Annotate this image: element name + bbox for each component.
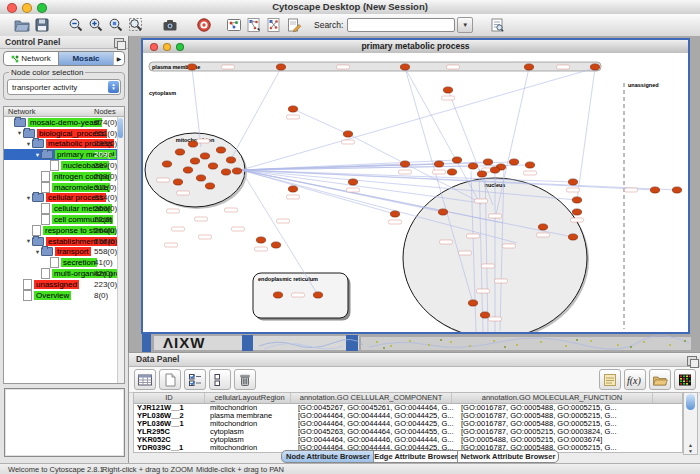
network-node[interactable] [480,312,489,318]
network-node[interactable] [271,242,280,248]
table-row[interactable]: YJR121W__1mitochondrion[GO:0045267, GO:0… [134,404,682,412]
network-node[interactable] [232,168,241,174]
network-tree-item[interactable]: nucleobase-209(0) [4,160,124,171]
network-node[interactable] [348,179,357,185]
table-cell[interactable]: [GO:0005488, GO:0005215, GO:0003674] [458,436,661,444]
network-node[interactable] [187,64,196,70]
network-node[interactable] [443,87,452,93]
network-node[interactable] [188,141,197,147]
network-node[interactable] [434,161,443,167]
network-tree-item[interactable]: unassigned223(0) [4,279,124,290]
network-tree-item[interactable]: ▼transport558(0) [4,247,124,258]
tree-scrollbar[interactable] [117,117,124,383]
table-cell[interactable]: YPL036W__2 [134,412,207,420]
table-row[interactable]: YKR052Ccytoplasm[GO:0044464, GO:0044446,… [134,436,682,444]
search-index-icon[interactable] [487,16,507,34]
network-node[interactable] [438,209,447,215]
network-node[interactable] [538,224,547,230]
network-tree-item[interactable]: macromolecule311(0) [4,182,124,193]
tab-network-attribute-browser[interactable]: Network Attribute Browser [457,450,559,463]
network-canvas[interactable]: plasma membranemitochondrionnucleusendop… [143,53,688,332]
zoom-selected-region-icon[interactable] [106,16,126,34]
network-node[interactable] [483,159,492,165]
search-input[interactable] [347,18,455,32]
node-color-attribute-select[interactable]: transporter activity ▲▼ [7,79,121,95]
import-attributes-icon[interactable] [649,369,671,390]
network-node[interactable] [288,106,297,112]
column-header[interactable]: ID [134,393,205,403]
network-node[interactable] [288,186,297,192]
column-header[interactable]: annotation.GO MOLECULAR_FUNCTION [452,393,653,403]
network-node[interactable] [173,179,182,185]
network-node[interactable] [672,187,681,193]
network-node[interactable] [343,131,352,137]
network-node[interactable] [452,157,461,163]
network-tree-item[interactable]: nitrogen compo209(0) [4,171,124,182]
expand-arrow-icon[interactable]: ▼ [34,249,41,255]
table-cell[interactable]: [GO:0016787, GO:0005215, GO:0003824, G..… [458,428,661,436]
expand-arrow-icon[interactable]: ▼ [25,238,32,244]
network-tree-item[interactable]: ▼primary metabol209(... [4,149,124,160]
table-row[interactable]: YPL036W__1mitochondrion[GO:0044464, GO:0… [134,420,682,428]
network-node[interactable] [256,237,265,243]
network-node[interactable] [313,292,322,298]
column-header[interactable]: _cellularLayoutRegion [205,393,291,403]
network-node[interactable] [590,64,599,70]
table-row[interactable]: YLR295Ccytoplasm[GO:0045263, GO:0044464,… [134,428,682,436]
network-tree-header[interactable]: Network Nodes [4,107,124,117]
search-dropdown-icon[interactable]: ▼ [457,17,473,33]
network-node[interactable] [226,157,235,163]
network-tree-item[interactable]: cell communicat22(0) [4,214,124,225]
new-attribute-icon[interactable] [159,369,181,390]
table-cell[interactable]: [GO:0045267, GO:0045261, GO:0044464, G..… [295,404,458,412]
network-node[interactable] [190,158,199,164]
attribute-table[interactable]: ID_cellularLayoutRegionannotation.GO CEL… [133,392,683,453]
network-node[interactable] [490,167,499,173]
float-panel-icon[interactable] [114,38,124,48]
table-scrollbar[interactable]: ▲▼ [683,392,698,455]
save-session-icon[interactable] [32,16,52,34]
table-cell[interactable]: cytoplasm [207,428,295,436]
tab-edge-attribute-browser[interactable]: Edge Attribute Browser [373,450,459,463]
network-node[interactable] [468,163,477,169]
network-node[interactable] [524,64,533,70]
destroy-network-icon[interactable] [264,16,284,34]
network-node[interactable] [221,169,230,175]
attribute-table-icon[interactable] [134,369,156,390]
network-node[interactable] [468,300,477,306]
network-node[interactable] [205,183,214,189]
select-attributes-icon[interactable] [184,369,206,390]
table-cell[interactable]: [GO:0016787, GO:0005488, GO:0005215, G..… [458,412,661,420]
table-cell[interactable]: YKR052C [134,436,207,444]
network-node[interactable] [477,171,486,177]
table-cell[interactable]: YPL036W__1 [134,420,207,428]
table-cell[interactable]: plasma membrane [207,412,295,420]
column-header[interactable]: annotation.GO CELLULAR_COMPONENT [291,393,452,403]
tab-mosaic[interactable]: Mosaic [58,52,113,65]
network-node[interactable] [400,64,409,70]
network-tree-item[interactable]: Overview8(0) [4,290,124,301]
expand-arrow-icon[interactable]: ▼ [16,130,23,136]
network-window-titlebar[interactable]: primary metabolic process [143,40,688,54]
table-cell[interactable]: [GO:0044464, GO:0044444, GO:0044425, G..… [295,420,458,428]
network-node[interactable] [183,167,192,173]
table-cell[interactable]: [GO:0044464, GO:0044444, GO:0044425, G..… [295,412,458,420]
zoom-fit-icon[interactable] [126,16,146,34]
tab-node-attribute-browser[interactable]: Node Attribute Browser [281,450,375,463]
network-node[interactable] [525,162,534,168]
network-node[interactable] [568,179,577,185]
unselect-attributes-icon[interactable] [209,369,231,390]
network-tree-item[interactable]: ▼cellular process614(0) [4,193,124,204]
table-cell[interactable]: [GO:0016787, GO:0005488, GO:0005215, G..… [458,404,661,412]
function-builder-icon[interactable]: f(x) [624,369,646,390]
network-tree-item[interactable]: secretion41(0) [4,257,124,268]
tab-network[interactable]: Network [4,52,58,65]
help-lifering-icon[interactable] [194,16,214,34]
network-tree-item[interactable]: mosaic-demo-yeast874(0) [4,117,124,128]
table-cell[interactable]: [GO:0045263, GO:0044464, GO:0044455, G..… [295,428,458,436]
open-file-icon[interactable] [12,16,32,34]
snapshot-camera-icon[interactable] [160,16,180,34]
attribute-notes-icon[interactable] [599,369,621,390]
expand-arrow-icon[interactable]: ▼ [34,152,41,158]
network-node[interactable] [572,197,581,203]
